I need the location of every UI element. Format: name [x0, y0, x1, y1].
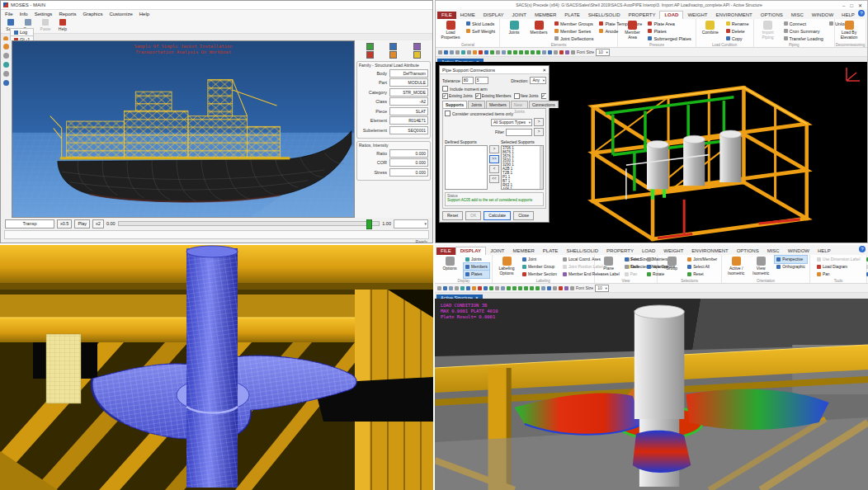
- color-swatch[interactable]: [389, 43, 397, 50]
- toolbar-icon[interactable]: [472, 286, 476, 290]
- ribbon-tab[interactable]: HELP: [814, 247, 835, 255]
- ribbon-tab[interactable]: OPTIONS: [757, 12, 787, 19]
- toolbar-icon[interactable]: [531, 50, 535, 54]
- ribbon-small-button[interactable]: Orbit: [865, 256, 868, 263]
- tool-icon[interactable]: [3, 71, 9, 77]
- ribbon-tab[interactable]: WEIGHT: [659, 247, 687, 255]
- toolbar-icon[interactable]: [507, 50, 512, 54]
- tool-icon[interactable]: [3, 53, 9, 59]
- window-control-button[interactable]: –: [840, 3, 847, 8]
- toolbar-icon[interactable]: [478, 286, 482, 290]
- ribbon-big-button[interactable]: Member Area: [620, 20, 644, 40]
- dialog-tab[interactable]: New Joints: [511, 101, 528, 108]
- checkbox[interactable]: [514, 93, 520, 99]
- color-swatch[interactable]: [413, 43, 421, 50]
- close-icon[interactable]: ✕: [542, 68, 546, 73]
- menu-item[interactable]: Settings: [35, 12, 53, 16]
- ribbon-tab[interactable]: ENVIRONMENT: [687, 247, 732, 255]
- ribbon-small-button[interactable]: Plates: [464, 271, 489, 278]
- transfer-button[interactable]: >>: [489, 155, 499, 163]
- ribbon-small-button[interactable]: Self Weight: [465, 27, 497, 35]
- timeline-slider[interactable]: [118, 221, 380, 226]
- ribbon-small-button[interactable]: Pan: [815, 271, 862, 278]
- consider-unconnected-checkbox[interactable]: [445, 111, 451, 116]
- viewport-stress-results[interactable]: LOAD CONDITION 3B MAX 0.0001 PLATE 4010 …: [435, 299, 868, 490]
- ribbon-small-button[interactable]: Continuous Rotation: [865, 263, 868, 271]
- toolbar-icon[interactable]: [519, 50, 523, 54]
- transfer-button[interactable]: >: [489, 145, 499, 153]
- toolbar-icon[interactable]: [513, 50, 517, 54]
- support-type-select[interactable]: All Support Types: [491, 119, 532, 126]
- filter-input[interactable]: [506, 129, 532, 136]
- toolbar-icon[interactable]: [496, 50, 500, 54]
- ratio-value-field[interactable]: 0.000: [389, 168, 428, 177]
- ribbon-big-button[interactable]: Plane: [597, 256, 620, 271]
- ribbon-big-button[interactable]: Import Piping: [757, 20, 780, 40]
- filter-checkbox[interactable]: Existing Members: [475, 93, 512, 99]
- ribbon-small-button[interactable]: Use Dimension Label: [815, 256, 862, 263]
- menu-item[interactable]: Info: [20, 12, 28, 16]
- toolbar-icon[interactable]: [536, 50, 540, 54]
- window-control-button[interactable]: ✕: [856, 3, 865, 8]
- ribbon-small-button[interactable]: Copy: [724, 35, 751, 42]
- window-control-button[interactable]: □: [847, 3, 856, 8]
- toolbar-icon[interactable]: [484, 286, 488, 290]
- tool-icon[interactable]: [3, 62, 9, 68]
- ribbon-tab[interactable]: MISC: [763, 247, 784, 255]
- ribbon-big-button[interactable]: Labeling Options: [495, 256, 518, 276]
- ribbon-tab[interactable]: SHELL/SOLID: [584, 12, 625, 19]
- toolbar-icon[interactable]: [507, 286, 511, 290]
- ribbon-small-button[interactable]: Select All: [686, 263, 719, 271]
- toolbar-icon[interactable]: [437, 286, 441, 290]
- direction-select[interactable]: Any: [530, 77, 546, 84]
- tool-icon[interactable]: [3, 44, 9, 49]
- ribbon-small-button[interactable]: Connect: [782, 20, 825, 27]
- ribbon-tab[interactable]: WINDOW: [784, 247, 814, 255]
- menu-item[interactable]: Help: [139, 12, 149, 16]
- toolbar-icon[interactable]: [554, 50, 558, 54]
- ribbon-tab[interactable]: MEMBER: [531, 12, 560, 19]
- ribbon-small-button[interactable]: Joint: [521, 256, 559, 263]
- ribbon-big-button[interactable]: Active / Isometric: [724, 256, 748, 276]
- ribbon-big-button[interactable]: Combine: [699, 20, 722, 35]
- ribbon-tab[interactable]: ENVIRONMENT: [711, 12, 756, 19]
- toolbar-icon[interactable]: [461, 50, 465, 54]
- ribbon-small-button[interactable]: Face: [623, 263, 643, 271]
- ribbon-small-button[interactable]: Member Groups: [553, 20, 595, 27]
- ribbon-big-button[interactable]: View Isometric: [749, 256, 772, 276]
- ribbon-small-button[interactable]: Reset: [686, 271, 719, 278]
- checkbox[interactable]: [442, 93, 448, 99]
- ribbon-tab[interactable]: DISPLAY: [479, 12, 508, 19]
- apply-filter-button[interactable]: >: [534, 128, 544, 136]
- slider-thumb[interactable]: [366, 219, 372, 229]
- menu-item[interactable]: File: [5, 12, 13, 16]
- toolbar-icon[interactable]: [542, 50, 546, 54]
- toolbar-icon[interactable]: [565, 50, 569, 54]
- ribbon-tab[interactable]: PROPERTY: [625, 12, 660, 19]
- ribbon-small-button[interactable]: Joints: [464, 256, 489, 263]
- checkbox[interactable]: [475, 93, 481, 99]
- ribbon-tab[interactable]: MEMBER: [508, 247, 538, 255]
- toolbar-icon[interactable]: [559, 286, 563, 290]
- attribute-value-field[interactable]: R014E71: [389, 116, 428, 125]
- toolbar-icon[interactable]: [495, 286, 499, 290]
- toolbar-icon[interactable]: [518, 286, 522, 290]
- ribbon-tab[interactable]: FILE: [436, 247, 455, 255]
- toolbar-icon[interactable]: [450, 50, 454, 54]
- ribbon-small-button[interactable]: Select: [623, 256, 643, 263]
- dialog-tab[interactable]: Members: [486, 101, 510, 108]
- play-button[interactable]: Play: [74, 219, 90, 229]
- ribbon-big-button[interactable]: Load By Elevation: [837, 20, 861, 40]
- toolbar-icon[interactable]: [489, 286, 493, 290]
- transfer-button[interactable]: <: [489, 165, 499, 173]
- ribbon-small-button[interactable]: Skid Loads: [465, 20, 497, 27]
- attribute-value-field[interactable]: SEQ0001: [389, 126, 428, 134]
- toolbar-icon[interactable]: [512, 286, 517, 290]
- ribbon-small-button[interactable]: Rename: [724, 20, 751, 27]
- filter-checkbox[interactable]: New Joints: [514, 93, 539, 99]
- ribbon-small-button[interactable]: Members: [464, 263, 489, 271]
- menu-item[interactable]: Customize: [109, 12, 132, 16]
- toolbar-icon[interactable]: [484, 50, 488, 54]
- toolbar-icon[interactable]: [524, 286, 528, 290]
- ribbon-small-button[interactable]: Member Group: [521, 263, 559, 271]
